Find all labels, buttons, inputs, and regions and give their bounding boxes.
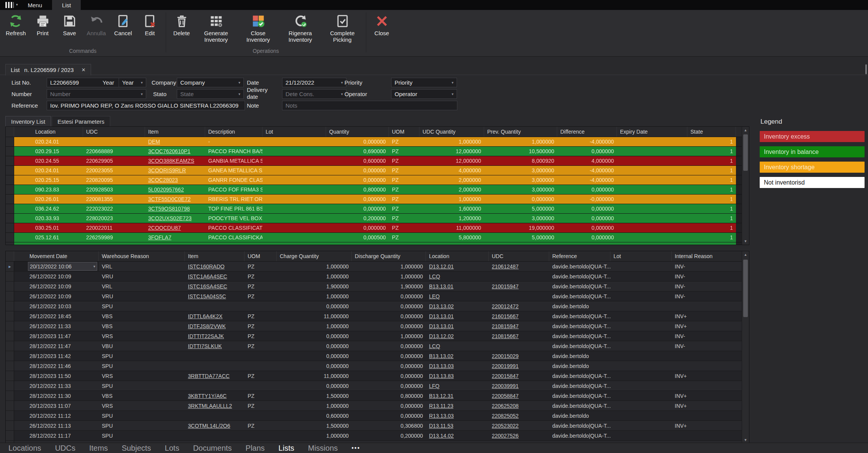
movement-row[interactable]: 20/12/2022 11:12SPU0,6000000,000000R13.1… (6, 411, 749, 421)
save-button[interactable]: Save (56, 13, 83, 37)
inventory-row[interactable]: 020.33.932280200233CO2UXS02E723POOCYTBE … (6, 214, 749, 223)
company-select[interactable]: Company▾ (177, 78, 244, 87)
priority-select[interactable]: Priority▾ (391, 78, 457, 87)
cell-udc[interactable]: 210815667 (489, 331, 549, 341)
cell-udc[interactable]: 220825052 (489, 411, 549, 420)
column-header-uom[interactable]: UOM (389, 127, 419, 137)
bottom-tab-locations[interactable]: Locations (8, 444, 41, 453)
inventory-row[interactable]: 020.24.012200230553COORIS9RLRGANEA METAL… (6, 166, 749, 175)
movement-row[interactable]: 20/12/2023 11:07VRS3RKTMLAAULLL2PZ1,0000… (6, 401, 749, 411)
tab-estesi-parameters[interactable]: Estesi Parameters (52, 116, 110, 127)
inventory-row[interactable]: 010.01.022200308075CFR816 STBOESCOMPBTTP… (6, 242, 749, 245)
movement-row[interactable]: 28/12/2022 11:17SPU1,0000000,200000D13.1… (6, 431, 749, 441)
cell-udc[interactable]: 210015947 (489, 281, 549, 291)
cell-udc[interactable]: 220523022 (489, 421, 549, 430)
movement-row[interactable]: 26/12/2022 11:13SPU3COTML14L/2O6PZ1,5000… (6, 421, 749, 431)
year-select[interactable]: Year▾ (119, 78, 146, 87)
cell-udc[interactable]: 220012472 (489, 301, 549, 311)
inventory-table-scrollbar[interactable]: ▲▼ (742, 127, 749, 245)
cell-location[interactable]: B13.13.02 (426, 351, 489, 361)
column-header-udc-quantity[interactable]: UDC Quantity (419, 127, 484, 137)
inventory-row[interactable]: 025.12.612262599893FOFLA7PACCO CLASSIFIC… (6, 233, 749, 242)
refresh-button[interactable]: Refresh (2, 13, 29, 37)
bottom-tab-lots[interactable]: Lots (165, 444, 179, 453)
note-field[interactable]: Nots (282, 101, 457, 110)
cell-location[interactable]: D13.11.53 (426, 421, 489, 430)
cell-item[interactable]: ISTC160RADO (185, 262, 245, 271)
cell-item[interactable]: 3RBTTDA77ACC (185, 371, 245, 381)
cell-udc[interactable]: 210612487 (489, 262, 549, 271)
cell-location[interactable]: D13.13.03 (426, 361, 489, 371)
cell-location[interactable]: D13.13.83 (426, 371, 489, 381)
column-header-uom[interactable]: UOM (245, 251, 277, 261)
cell-item[interactable]: ISTC16SA4SEC (185, 281, 245, 291)
scroll-thumb[interactable] (743, 134, 748, 171)
cell-udc[interactable]: 210815947 (489, 321, 549, 331)
movements-table-scrollbar[interactable]: ▲▼ (742, 251, 749, 443)
column-header-item[interactable]: Item (185, 251, 245, 261)
inventory-row[interactable]: 020.24.552206299053COO388KEAMZSGANBIA ME… (6, 156, 749, 166)
movement-row[interactable]: 26/12/2022 10:03SPU0,0000000,000000D13.1… (6, 301, 749, 311)
movement-row[interactable]: 28/12/2023 11:50VRS3RBTTDA77ACCPZ11,0000… (6, 371, 749, 381)
cell-udc[interactable]: 220058847 (489, 391, 549, 401)
complete-picking-button[interactable]: Complete Picking (321, 13, 364, 43)
column-header-item[interactable]: Item (145, 127, 205, 137)
bottom-tab-documents[interactable]: Documents (193, 444, 232, 453)
tab-menu[interactable]: Menu (18, 0, 52, 10)
delete-button[interactable]: Delete (168, 13, 195, 37)
print-button[interactable]: Print (29, 13, 56, 37)
scroll-up-icon[interactable]: ▲ (744, 251, 747, 258)
column-header-lot[interactable]: Lot (610, 251, 672, 261)
column-header-description[interactable]: Description (205, 127, 263, 137)
cell-item[interactable]: ISTC15A04S5C (185, 291, 245, 301)
movement-row[interactable]: ▸20/12/2022 10:06▾VRLISTC160RADOPZ1,0000… (6, 262, 749, 271)
cell-udc[interactable]: 220015029 (489, 351, 549, 361)
column-header-location[interactable]: Location (14, 127, 83, 137)
inventory-row[interactable]: 020.25.152208200953COC28023GANRR FONDE C… (6, 175, 749, 185)
document-tab[interactable]: List n. L2206599 / 2023 ✕ (5, 64, 91, 75)
cell-udc[interactable]: 220039991 (489, 381, 549, 391)
inventory-row[interactable]: 020.29.152206688893COC7620610P1PACCO FRA… (6, 147, 749, 156)
movement-row[interactable]: 28/12/2023 11:47VRSIDTTIT22SAJKPZ0,00000… (6, 331, 749, 341)
movement-row[interactable]: 28/12/2022 11:30VBS3KBTTY1Y/A6CPZ1,50000… (6, 391, 749, 401)
close-button[interactable]: Close (369, 13, 395, 37)
cell-item[interactable]: IDTTL6A4K2X (185, 311, 245, 321)
cell-item[interactable]: 3COTML14L/2O6 (185, 421, 245, 430)
movement-row[interactable]: 28/12/2022 11:46SPU0,0000000,000000D13.1… (6, 361, 749, 371)
movement-row[interactable]: 26/12/2022 10:09VRUISTC15A04S5CPZ1,00000… (6, 291, 749, 301)
movement-row[interactable]: 26/12/2022 10:09VRUISTC1A6A4SECPZ1,00000… (6, 271, 749, 281)
column-header-udc[interactable]: UDC (83, 127, 145, 137)
column-header-internal-reason[interactable]: Internal Reason (672, 251, 743, 261)
reference-field[interactable]: Iov. PRIMO PIANO REP, O Zans ROSSO GIALL… (47, 101, 245, 110)
cell-udc[interactable]: 216015667 (489, 311, 549, 321)
cell-location[interactable]: D13.13.01 (426, 311, 489, 321)
column-header-state[interactable]: State (687, 127, 736, 137)
cell-location[interactable]: LCQ (426, 271, 489, 281)
column-header-lot[interactable]: Lot (263, 127, 326, 137)
cell-location[interactable]: D13.12.02 (426, 331, 489, 341)
tab-list[interactable]: List (52, 0, 81, 10)
cell-udc[interactable]: 220625208 (489, 401, 549, 410)
cell-udc[interactable]: 220019991 (489, 361, 549, 371)
cell-udc[interactable]: 220027526 (489, 431, 549, 440)
cell-item[interactable]: 3KBTTY1Y/A6C (185, 391, 245, 401)
date-select[interactable]: 21/12/2022▾ (282, 78, 346, 87)
bottom-tab-more[interactable]: ••• (352, 445, 361, 451)
bottom-tab-plans[interactable]: Plans (246, 444, 265, 453)
cell-udc[interactable]: 220015847 (489, 371, 549, 381)
edit-button[interactable]: Edit (137, 13, 163, 37)
inventory-row[interactable]: 030.25.012200220112COOCDU87PACCO CLASSIF… (6, 223, 749, 233)
column-header-discharge-quantity[interactable]: Discharge Quantity (352, 251, 426, 261)
column-header-charge-quantity[interactable]: Charge Quantity (277, 251, 352, 261)
cell-item[interactable]: 3RKTMLAAULLL2 (185, 401, 245, 410)
scroll-up-icon[interactable]: ▲ (744, 127, 747, 134)
movement-row[interactable]: 26/12/2022 10:09VRLISTC16SA4SECPZ1,90000… (6, 281, 749, 291)
cell-location[interactable]: R13.13.03 (426, 411, 489, 420)
cell-location[interactable]: LCQ (426, 341, 489, 351)
cell-location[interactable]: B13.13.01 (426, 281, 489, 291)
column-header-difference[interactable]: Difference (557, 127, 617, 137)
cell-location[interactable]: D13.14.02 (426, 431, 489, 440)
inventory-row[interactable]: 090.23.832209285035L0020957662PACCO FOF … (6, 185, 749, 195)
cell-location[interactable]: D13.13.02 (426, 301, 489, 311)
cell-item[interactable]: ISTC1A6A4SEC (185, 271, 245, 281)
